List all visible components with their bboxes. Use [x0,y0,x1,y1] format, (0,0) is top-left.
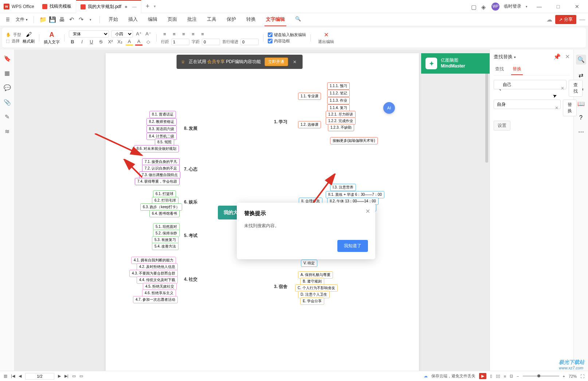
cube-icon[interactable]: ◈ [481,4,487,9]
font-select[interactable]: 宋体 [69,30,109,38]
view-mode-1-icon[interactable]: ▭ [72,374,76,378]
thumbnail-icon[interactable]: ▦ [4,69,11,77]
align-left-icon[interactable]: ≡ [161,31,168,38]
tab-template[interactable]: 找稿壳模板 [38,0,76,13]
replace-input[interactable] [494,100,561,109]
subscript-icon[interactable]: X₂ [116,38,124,46]
print-icon[interactable]: 🖶 [59,16,65,23]
panel-icon[interactable]: ▢ [471,4,477,9]
search-ribbon-icon[interactable]: 🔍 [294,13,302,26]
pin-icon[interactable]: 📌 [553,54,561,60]
close-button[interactable]: ✕ [570,1,584,12]
fullscreen-icon[interactable]: ⛶ [580,374,584,378]
hand-tool-icon[interactable]: ✋ [6,32,11,37]
tab-protect[interactable]: 保护 [225,13,238,26]
align-distribute-icon[interactable]: ≡ [199,31,206,38]
align-justify-icon[interactable]: ≡ [189,31,197,38]
next-page-icon[interactable]: ▶ [58,374,61,378]
login-dropdown-icon[interactable]: ▾ [526,5,528,8]
sidebar-toggle-icon[interactable]: ▥ [4,374,7,378]
cloud-save-label[interactable]: 保存云端，避免文件丢失 [431,373,475,379]
avatar[interactable]: WP [491,3,499,11]
collapse-ribbon-icon[interactable]: — [579,16,585,23]
content-border-checkbox[interactable]: 内容边框 [268,38,306,44]
maximize-button[interactable]: □ [551,1,565,12]
italic-icon[interactable]: I [78,38,86,46]
open-vip-button[interactable]: 立即开通 [264,58,288,66]
new-tab-button[interactable]: + [141,3,154,10]
fontsize-select[interactable]: 小四 [111,30,133,38]
single-page-icon[interactable]: ▯ [490,374,492,378]
select-tool-icon[interactable]: ⬚ [6,39,9,43]
more-icon[interactable]: ⋯ [578,128,584,135]
zoom-value[interactable]: 72% [569,374,577,378]
charspacing-input[interactable] [202,39,220,45]
zoom-slider[interactable] [523,376,559,377]
settings-link[interactable]: 设置 [494,121,510,131]
highlight-icon[interactable]: A [126,38,133,46]
brush-icon[interactable]: 🖌 [26,31,32,38]
exit-edit-button[interactable]: ✕ 退出编辑 [315,31,337,44]
grow-font-icon[interactable]: A⁺ [135,30,142,38]
clear-replace-icon[interactable]: ✕ [555,105,558,110]
align-center-icon[interactable]: ≡ [170,31,178,38]
strike-icon[interactable]: S [97,38,105,46]
minimize-button[interactable]: — [532,1,546,12]
canvas[interactable]: 我的大学规划 8. 发展 8.1. 普通话证 8.2. 教师资格证 8.3. 英… [15,50,490,371]
firstindent-input[interactable] [240,39,259,45]
fontcolor-icon[interactable]: A [135,38,142,46]
prev-page-icon[interactable]: ◀ [19,374,21,378]
cloud-save-icon[interactable]: ☁ [424,374,428,378]
two-page-icon[interactable]: ▯▯ [496,374,500,378]
shrink-font-icon[interactable]: A⁻ [145,30,152,38]
search-side-icon[interactable]: 🔍 [576,55,586,65]
tab-edit[interactable]: 编辑 [146,13,159,26]
open-icon[interactable]: 📁 [40,16,46,23]
undo-icon[interactable]: ↶ [68,16,75,23]
save-icon[interactable]: 💾 [49,16,56,23]
tab-insert[interactable]: 插入 [127,13,139,26]
find-button[interactable]: 查找 [569,80,583,97]
tab-textedit[interactable]: 文字编辑 [264,13,286,26]
first-page-icon[interactable]: |◀ [11,374,15,378]
tab-find[interactable]: 查找 [494,64,505,75]
transfer-icon[interactable]: ⇄ [579,72,583,79]
close-banner-icon[interactable]: ✕ [291,59,298,65]
zoom-out-icon[interactable]: − [517,374,519,378]
signature-icon[interactable]: ✎ [4,113,11,120]
comment-icon[interactable]: 💬 [4,84,11,91]
kb-edit-checkbox[interactable]: 键盘输入触发编辑 [268,32,306,38]
last-page-icon[interactable]: ▶| [64,374,68,378]
insert-text-icon[interactable]: A [50,31,54,39]
close-panel-icon[interactable]: ✕ [565,54,570,60]
more-quick-icon[interactable]: ▾ [87,16,94,23]
tab-menu-icon[interactable]: ▾ [154,4,156,9]
book-icon[interactable]: 📖 [577,100,585,107]
page-input[interactable] [25,373,54,380]
help-icon[interactable]: ? [579,114,583,121]
file-menu[interactable]: 文件 ▾ [13,16,31,23]
redo-icon[interactable]: ↷ [78,16,84,23]
cloud-icon[interactable]: ☁ [546,16,552,23]
superscript-icon[interactable]: X² [107,38,114,46]
underline-icon[interactable]: U [88,38,95,46]
dialog-ok-button[interactable]: 我知道了 [337,240,368,252]
fit-icon[interactable]: ⊡ [510,374,513,378]
tab-start[interactable]: 开始 [107,13,119,26]
tab-replace[interactable]: 替换 [511,64,523,75]
play-icon[interactable]: ▶ [479,373,486,379]
tab-tools[interactable]: 工具 [205,13,218,26]
menu-toggle-icon[interactable]: ☰ [3,17,13,22]
bookmark-icon[interactable]: 🔖 [4,55,11,62]
replace-button[interactable]: 替换 [563,100,577,116]
continuous-icon[interactable]: ≡ [504,374,506,378]
bold-icon[interactable]: B [69,38,76,46]
tab-page[interactable]: 页面 [166,13,179,26]
ai-assistant-button[interactable]: AI [383,102,395,114]
tab-convert[interactable]: 转换 [245,13,257,26]
tab-document-active[interactable]: 我的大学规划.pdf — [76,0,141,13]
close-tab-icon[interactable]: — [132,4,137,9]
lineheight-input[interactable] [171,39,189,45]
clearformat-icon[interactable]: ◇ [145,38,152,46]
dialog-close-icon[interactable]: ✕ [365,208,370,215]
